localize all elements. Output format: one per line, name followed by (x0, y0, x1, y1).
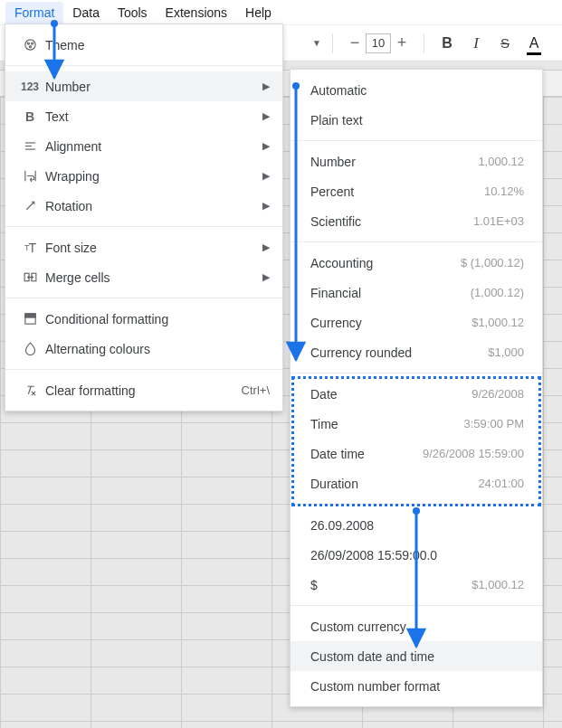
menu-label: Alternating colours (42, 342, 270, 356)
chevron-right-icon: ▶ (262, 200, 270, 212)
menu-label: $ (310, 578, 318, 592)
menubar: Format Data Tools Extensions Help (0, 0, 562, 25)
menu-label: Theme (42, 38, 270, 52)
menu-item-clear-formatting[interactable]: Clear formatting Ctrl+\ (5, 375, 282, 405)
conditional-formatting-icon (18, 311, 42, 326)
number-item-time[interactable]: Time 3:59:00 PM (291, 409, 542, 439)
menu-label: Financial (310, 286, 361, 300)
example-text: 1,000.12 (478, 155, 524, 168)
menu-separator (5, 226, 282, 227)
more-dropdown-icon[interactable]: ▼ (312, 38, 321, 48)
example-text: 10.12% (484, 184, 524, 198)
number-item-custom-number-format[interactable]: Custom number format (291, 671, 542, 701)
example-text: 24:01:00 (478, 477, 524, 490)
shortcut-label: Ctrl+\ (242, 383, 270, 397)
menu-label: Currency rounded (310, 345, 412, 360)
menu-separator (5, 298, 282, 298)
number-submenu: Automatic Plain text Number 1,000.12 Per… (290, 69, 543, 707)
menu-item-alternating-colours[interactable]: Alternating colours (5, 334, 282, 364)
menu-tools[interactable]: Tools (109, 2, 157, 24)
number-item-custom-currency[interactable]: Custom currency (291, 611, 542, 641)
font-size-increase-button[interactable]: + (391, 33, 413, 54)
menu-separator (5, 65, 282, 66)
format-menu: Theme 123 Number ▶ B Text ▶ Alignment ▶ … (5, 24, 283, 411)
menu-item-theme[interactable]: Theme (5, 30, 282, 60)
number-item-plain-text[interactable]: Plain text (291, 105, 542, 135)
number-item-percent[interactable]: Percent 10.12% (291, 176, 542, 206)
italic-button[interactable]: I (464, 32, 488, 55)
example-text: $1,000.12 (472, 578, 524, 591)
text-color-button[interactable]: A (522, 32, 546, 55)
font-size-control: − 10 + (344, 33, 413, 54)
menu-label: Alignment (42, 139, 262, 154)
menu-label: Date time (310, 447, 365, 461)
example-text: 9/26/2008 (472, 387, 524, 401)
chevron-right-icon: ▶ (262, 80, 270, 92)
number-item-preset-datetime[interactable]: 26/09/2008 15:59:00.0 (291, 540, 542, 570)
number-item-accounting[interactable]: Accounting $ (1,000.12) (291, 248, 542, 278)
menu-label: Number (42, 80, 262, 94)
number-item-custom-date-time[interactable]: Custom date and time (291, 641, 542, 671)
number-item-number[interactable]: Number 1,000.12 (291, 147, 542, 176)
wrapping-icon (18, 168, 42, 184)
number-item-date-time[interactable]: Date time 9/26/2008 15:59:00 (291, 439, 542, 468)
svg-point-2 (31, 43, 33, 44)
menu-item-font-size[interactable]: TT Font size ▶ (5, 232, 282, 262)
menu-extensions[interactable]: Extensions (157, 2, 236, 24)
menu-label: Percent (310, 184, 354, 199)
menu-format[interactable]: Format (5, 2, 63, 24)
menu-item-alignment[interactable]: Alignment ▶ (5, 131, 282, 161)
menu-item-rotation[interactable]: Rotation ▶ (5, 191, 282, 221)
menu-help[interactable]: Help (236, 2, 281, 24)
menu-item-number[interactable]: 123 Number ▶ (5, 71, 282, 101)
clear-formatting-icon (18, 383, 42, 398)
example-text: $1,000.12 (472, 316, 524, 329)
font-size-input[interactable]: 10 (366, 33, 391, 53)
font-size-decrease-button[interactable]: − (344, 33, 366, 54)
number-item-duration[interactable]: Duration 24:01:00 (291, 468, 542, 498)
menu-label: Text (42, 109, 262, 124)
rotation-icon (18, 198, 42, 213)
chevron-right-icon: ▶ (262, 170, 270, 182)
example-text: $ (1,000.12) (461, 256, 524, 269)
bold-button[interactable]: B (435, 32, 459, 55)
strikethrough-button[interactable]: S (493, 32, 517, 55)
number-item-preset-date-1[interactable]: 26.09.2008 (291, 510, 542, 540)
menu-label: Accounting (310, 256, 373, 270)
example-text: (1,000.12) (471, 286, 524, 299)
menu-item-text[interactable]: B Text ▶ (5, 101, 282, 131)
menu-label: Number (310, 155, 356, 169)
number-item-currency[interactable]: Currency $1,000.12 (291, 307, 542, 337)
theme-icon (18, 37, 42, 52)
number-item-currency-rounded[interactable]: Currency rounded $1,000 (291, 337, 542, 367)
menu-label: Plain text (310, 113, 363, 128)
number-icon: 123 (18, 80, 42, 93)
menu-label: Currency (310, 316, 362, 330)
menu-separator (291, 605, 542, 606)
svg-rect-13 (24, 314, 34, 317)
chevron-right-icon: ▶ (262, 140, 270, 152)
example-text: 3:59:00 PM (464, 417, 525, 430)
number-item-date[interactable]: Date 9/26/2008 (291, 379, 542, 409)
font-size-icon: TT (18, 241, 42, 255)
menu-item-wrapping[interactable]: Wrapping ▶ (5, 161, 282, 191)
chevron-right-icon: ▶ (262, 110, 270, 122)
number-item-preset-dollar[interactable]: $ $1,000.12 (291, 570, 542, 600)
menu-label: Font size (42, 241, 262, 255)
menu-separator (5, 369, 282, 370)
menu-item-merge-cells[interactable]: Merge cells ▶ (5, 262, 282, 292)
toolbar-divider (424, 33, 424, 53)
menu-label: Custom date and time (310, 649, 434, 664)
number-item-automatic[interactable]: Automatic (291, 75, 542, 105)
menu-separator (291, 241, 542, 242)
number-item-financial[interactable]: Financial (1,000.12) (291, 278, 542, 307)
svg-point-0 (24, 40, 34, 50)
menu-label: Custom number format (310, 679, 440, 694)
menu-separator (291, 504, 542, 505)
number-item-scientific[interactable]: Scientific 1.01E+03 (291, 206, 542, 236)
menu-data[interactable]: Data (63, 2, 109, 24)
svg-point-1 (27, 43, 29, 44)
menu-label: Custom currency (310, 619, 406, 634)
menu-label: Clear formatting (42, 383, 242, 398)
menu-item-conditional-formatting[interactable]: Conditional formatting (5, 304, 282, 334)
